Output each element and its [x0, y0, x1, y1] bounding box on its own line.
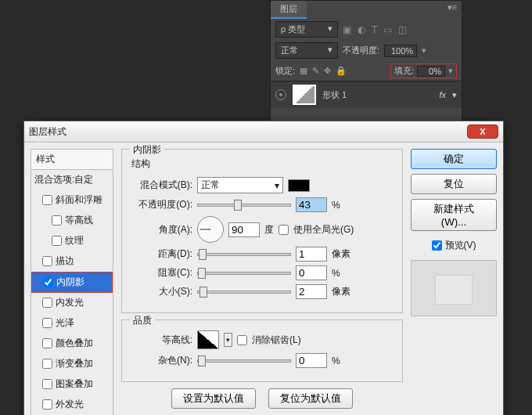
noise-slider[interactable] [197, 359, 291, 363]
style-item-stroke[interactable]: 描边 [31, 251, 113, 272]
style-item-inner-glow[interactable]: 内发光 [31, 293, 113, 313]
opacity-slider[interactable] [197, 204, 291, 207]
style-item-gradient-overlay[interactable]: 渐变叠加 [31, 354, 113, 374]
close-button[interactable]: X [467, 125, 498, 139]
angle-dial[interactable] [197, 216, 224, 243]
cancel-button[interactable]: 复位 [411, 174, 497, 194]
angle-unit: 度 [264, 223, 274, 236]
layer-thumb[interactable] [293, 85, 316, 105]
contour-label: 等高线: [130, 334, 192, 347]
noise-input[interactable] [296, 353, 327, 368]
dialog-titlebar[interactable]: 图层样式 X [24, 121, 503, 143]
image-filter-icon[interactable]: ▣ [343, 24, 351, 35]
fill-group: 填充: 0% ▾ [390, 63, 457, 78]
contour-picker[interactable] [197, 330, 219, 349]
lock-all-icon[interactable]: 🔒 [336, 66, 347, 76]
style-check[interactable] [42, 318, 52, 328]
choke-label: 阻塞(C): [130, 266, 192, 280]
styles-header: 样式 [31, 149, 113, 170]
style-item-contour[interactable]: 等高线 [31, 211, 113, 231]
blend-mode-label: 混合模式(B): [130, 179, 192, 192]
opacity-input[interactable] [296, 197, 327, 212]
inner-shadow-title: 内阴影 [130, 143, 164, 157]
style-item-outer-glow[interactable]: 外发光 [31, 395, 113, 415]
reset-default-button[interactable]: 复位为默认值 [268, 388, 353, 409]
shadow-color-swatch[interactable] [288, 179, 310, 192]
antialias-check[interactable] [237, 335, 247, 345]
chevron-down-icon: ▾ [328, 23, 332, 35]
blend-mode-select[interactable]: 正常▾ [197, 177, 283, 193]
chevron-down-icon[interactable]: ▾ [422, 45, 426, 56]
make-default-button[interactable]: 设置为默认值 [171, 388, 256, 409]
choke-unit: % [332, 268, 354, 279]
size-slider[interactable] [197, 290, 291, 294]
structure-fieldset: 内阴影 结构 混合模式(B): 正常▾ 不透明度(O): % 角度(A): [121, 149, 403, 313]
preview-label: 预览(V) [445, 239, 476, 252]
choke-slider[interactable] [197, 272, 291, 275]
visibility-icon[interactable] [275, 89, 286, 100]
preview-thumbnail [411, 260, 497, 316]
ok-button[interactable]: 确定 [411, 149, 497, 169]
dialog-title: 图层样式 [29, 125, 66, 139]
chevron-down-icon: ▾ [275, 180, 279, 191]
layers-tab[interactable]: 图层 [271, 1, 307, 19]
chevron-down-icon[interactable]: ▾ [224, 333, 232, 347]
layer-name[interactable]: 形状 1 [322, 89, 347, 101]
size-unit: 像素 [332, 285, 354, 298]
size-input[interactable] [296, 284, 327, 299]
styles-list: 混合选项:自定 斜面和浮雕 等高线 纹理 描边 内阴影 内发光 光泽 颜色叠加 … [31, 170, 113, 415]
blending-options-item[interactable]: 混合选项:自定 [31, 170, 113, 190]
style-check[interactable] [42, 256, 52, 266]
style-item-bevel[interactable]: 斜面和浮雕 [31, 190, 113, 211]
angle-input[interactable] [228, 222, 260, 237]
global-light-check[interactable] [279, 225, 289, 235]
style-check[interactable] [42, 379, 52, 389]
noise-unit: % [332, 355, 354, 366]
lock-position-icon[interactable]: ✥ [324, 66, 331, 76]
structure-label: 结构 [131, 157, 394, 171]
layers-panel: 图层 ▾≡ ρ 类型▾ ▣ ◐ T ▭ ◫ 正常▾ 不透明度: 100% ▾ 锁… [270, 0, 462, 125]
styles-column: 样式 混合选项:自定 斜面和浮雕 等高线 纹理 描边 内阴影 内发光 光泽 颜色… [31, 149, 113, 415]
style-item-satin[interactable]: 光泽 [31, 313, 113, 334]
lock-transparency-icon[interactable]: ▦ [300, 66, 307, 76]
style-check[interactable] [43, 277, 53, 287]
type-filter-icon[interactable]: T [372, 24, 377, 35]
fx-badge[interactable]: fx [439, 90, 446, 99]
shape-filter-icon[interactable]: ▭ [383, 24, 392, 35]
quality-label: 品质 [130, 314, 155, 327]
style-check[interactable] [42, 359, 52, 369]
distance-input[interactable] [296, 247, 327, 262]
preview-check[interactable] [432, 240, 442, 251]
noise-label: 杂色(N): [130, 354, 192, 367]
global-light-label: 使用全局光(G) [293, 223, 354, 236]
filter-icons[interactable]: ▣ ◐ T ▭ ◫ [343, 24, 407, 35]
chevron-down-icon[interactable]: ▾ [448, 66, 453, 76]
opacity-label: 不透明度: [343, 45, 379, 56]
smart-filter-icon[interactable]: ◫ [398, 24, 407, 35]
opacity-value[interactable]: 100% [384, 45, 417, 57]
chevron-down-icon[interactable]: ▾ [452, 90, 457, 100]
quality-fieldset: 品质 等高线: ▾ 消除锯齿(L) 杂色(N): % [121, 319, 403, 382]
blend-mode-select[interactable]: 正常▾ [275, 42, 338, 59]
style-item-texture[interactable]: 纹理 [31, 231, 113, 251]
fill-value[interactable]: 0% [417, 66, 445, 77]
filter-type-select[interactable]: ρ 类型▾ [275, 21, 338, 38]
style-item-pattern-overlay[interactable]: 图案叠加 [31, 374, 113, 395]
lock-pixels-icon[interactable]: ✎ [312, 66, 319, 76]
layer-row[interactable]: 形状 1 fx ▾ [271, 81, 462, 108]
style-check[interactable] [42, 298, 52, 308]
distance-slider[interactable] [197, 253, 291, 256]
style-check[interactable] [42, 399, 52, 410]
panel-menu-icon[interactable]: ▾≡ [443, 1, 462, 14]
style-check[interactable] [42, 195, 52, 205]
style-check[interactable] [42, 338, 52, 348]
style-item-inner-shadow[interactable]: 内阴影 [31, 272, 113, 293]
new-style-button[interactable]: 新建样式(W)... [411, 199, 497, 231]
style-check[interactable] [52, 215, 62, 226]
style-item-color-overlay[interactable]: 颜色叠加 [31, 334, 113, 354]
adjust-filter-icon[interactable]: ◐ [358, 24, 365, 35]
choke-input[interactable] [296, 265, 327, 280]
layer-style-dialog: 图层样式 X 样式 混合选项:自定 斜面和浮雕 等高线 纹理 描边 内阴影 内发… [23, 121, 504, 415]
opacity-unit: % [332, 200, 354, 211]
style-check[interactable] [52, 236, 62, 246]
